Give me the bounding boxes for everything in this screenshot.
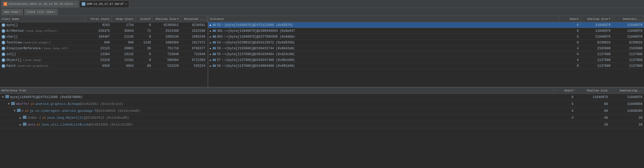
hprof-file-icon: H [82,2,85,6]
tab-alloc-close[interactable]: ✕ [75,2,76,6]
td-shallowsize-r: 11048976 [580,34,612,39]
instance-expand-arrow[interactable]: ▶ [210,59,211,62]
td-classname: C Paint (android.graphics) [0,63,85,69]
th-heapcount[interactable]: Heap Count [111,16,135,22]
tree-expand-icon[interactable]: ▼ [1,95,5,99]
ref-tree-row[interactable]: ▶Index 1injava.lang.Object[12]@314624512… [0,114,644,121]
td-depth: 6 [559,22,580,28]
td-shallowsize: 2523168 [153,28,180,34]
instance-list-row[interactable]: ▶ 55 = ={byte[1137600]@2453438464 (0x923… [208,51,644,57]
instance-list-row[interactable]: ▶ 301 = ={byte[11048976]@2388946944 (0x8… [208,28,644,34]
ref-th-dominating: Dominating... [610,89,644,92]
td-classname: C TextView (android.widget) [0,40,85,45]
instance-expand-arrow[interactable]: ▶ [210,47,211,50]
td-heapcount: 20881 [111,46,135,51]
ref-tree-body: ▼byte[11048976]@2475122688 (0x93876000) … [0,94,644,168]
td-shallowsize-r: 11048976 [580,28,612,34]
tree-expand-icon[interactable]: ▼ [13,109,16,113]
class-list-row[interactable]: C char[] 104407 21145 0 1685246 1685246 [0,34,208,40]
ref-td-dominating: 28 [610,116,644,120]
ref-field-name: k [22,109,24,113]
td-classname: C FinalizerReference (java.lang.ref) [0,46,85,51]
instance-list-body: ▶ 53 = {byte[11048976]@2475122688 (0x938… [208,22,644,87]
td-dominating: 6230016 [612,40,644,45]
instance-list-row[interactable]: ▶ 57 = ={byte[1137600]@2429247488 (0x90c… [208,57,644,63]
instance-expand-arrow[interactable]: ▶ [210,41,211,44]
instance-list-row[interactable]: ▶ 803 = ={byte[11048976]@2377895936 (0x8… [208,34,644,40]
th-dominating[interactable]: Dominati... [612,16,644,22]
class-list-row[interactable]: C int[] 13384 10132 0 722640 722640 [0,51,208,57]
tab-alloc[interactable]: A Allocations_2015.11.26_13.55.33.alloc … [1,1,79,7]
svg-rect-23 [213,66,216,67]
instance-equals: = [222,64,224,68]
view-dropdown[interactable]: Class List View ▼ [24,9,58,15]
th-shallowsize[interactable]: Shallow Size ▼ [153,16,180,22]
td-retained: 722640 [180,51,207,57]
th-depth[interactable]: Depth [559,16,580,22]
svg-rect-12 [213,47,216,48]
tree-expand-icon[interactable]: ▶ [19,123,22,127]
th-totalcount[interactable]: Total Count [85,16,111,22]
td-shallowsize-r: 1137600 [580,51,612,57]
ref-td-label: ▼mBufferinandroid.graphics.Bitmap@314622… [0,102,554,106]
td-depth: 0 [559,63,580,69]
class-secondary-text: (java.lang.reflect) [25,29,58,33]
class-list-row[interactable]: C FinalizerReference (java.lang.ref) 221… [0,46,208,51]
instance-list-row[interactable]: ▶ 59 = ={byte[2183680]@2336415744 (0x8b4… [208,46,644,51]
instance-list-row[interactable]: ▶ 54 = ={byte[6230016]@1834115072 (0x6d5… [208,40,644,46]
instance-expand-arrow[interactable]: ▶ [210,53,211,56]
th-classname: Class Name [0,16,85,22]
instance-list-row[interactable]: ▶ 58 = ={byte[1137600]@2418884608 (0x902… [208,63,644,69]
instance-expand-arrow[interactable]: ▶ [210,29,211,33]
ref-addr: @314624512 (0x12c0ca00) [85,116,129,120]
ref-tree-row[interactable]: ▶datainjava.util.LinkedList$Link@3148192… [0,121,644,128]
instance-field-icon [212,35,216,39]
class-list-row[interactable]: C Paint (android.graphics) 6926 6654 80 … [0,63,208,69]
class-secondary-text: (android.widget) [23,41,51,44]
td-totalcount: 220375 [85,28,111,34]
th-sizeof[interactable]: Sizeof [135,16,153,22]
tab-hprof-close[interactable]: ✕ [125,2,127,6]
td-sizeof: 0 [135,22,153,28]
svg-rect-15 [213,53,216,54]
class-list-row[interactable]: C ArtMethod (java.lang.reflect) 220375 3… [0,28,208,34]
ref-tree-row[interactable]: ▼mBufferinandroid.graphics.Bitmap@314622… [0,101,644,108]
instance-equals: = [222,52,224,56]
td-dominating: 1137600 [612,63,644,69]
class-badge-icon: C [2,35,5,39]
svg-rect-17 [213,55,216,55]
heap-dropdown[interactable]: App heap ▼ [2,9,23,15]
th-shallowsize-r[interactable]: Shallow Size ▼ [580,16,612,22]
svg-rect-10 [213,42,216,43]
class-list-row[interactable]: C TextView (android.widget) 948 948 1148… [0,40,208,46]
td-classname: C byte[] [0,22,85,28]
td-depth: 6 [559,34,580,39]
instance-list-row[interactable]: ▶ 53 = {byte[11048976]@2475122688 (0x938… [208,22,644,28]
class-list-row[interactable]: C byte[] 9263 1734 0 92305811 9230581 [0,22,208,28]
instance-detail: ={byte[1137600]@2429247488 (0x90cb60( [224,58,295,62]
svg-rect-30 [17,109,21,110]
ref-field-name: mBuffer [16,102,29,106]
instance-expand-arrow[interactable]: ▶ [210,64,211,68]
tree-expand-icon[interactable]: ▶ [19,116,22,120]
td-totalcount: 6926 [85,63,111,69]
ref-th-depth: Depth [554,89,575,92]
tree-expand-icon[interactable]: ▼ [7,102,11,106]
ref-tree-row[interactable]: ▼byte[11048976]@2475122688 (0x93876000) … [0,94,644,101]
instance-detail: ={byte[11048976]@2388946944 (0x8e647 [226,29,295,33]
th-retained[interactable]: Retained ... [180,16,207,22]
td-sizeof: 1148 [135,40,153,45]
class-badge-icon: C [2,29,5,33]
instance-expand-arrow[interactable]: ▶ [210,35,211,38]
ref-tree-row[interactable]: ▼kinjp.co.cyberagent.android.gpuimage.f@… [0,108,644,114]
tab-hprof[interactable]: H OOM-11_25_17_57.hprof ✕ [79,1,129,7]
td-shallowsize-r: 2183680 [580,46,612,51]
instance-num: 53 [217,23,221,27]
td-shallowsize: 751716 [153,46,180,51]
class-list-row[interactable]: C Object[] (java.lang) 22218 12181 0 596… [0,57,208,63]
td-classname: C char[] [0,34,85,39]
instance-detail: ={byte[1137600]@2453438464 (0x923c80( [224,52,295,56]
ref-class-name: java.util.LinkedList$Link [41,123,89,127]
instance-expand-arrow[interactable]: ▶ [210,24,211,27]
instance-num: 57 [217,58,221,62]
